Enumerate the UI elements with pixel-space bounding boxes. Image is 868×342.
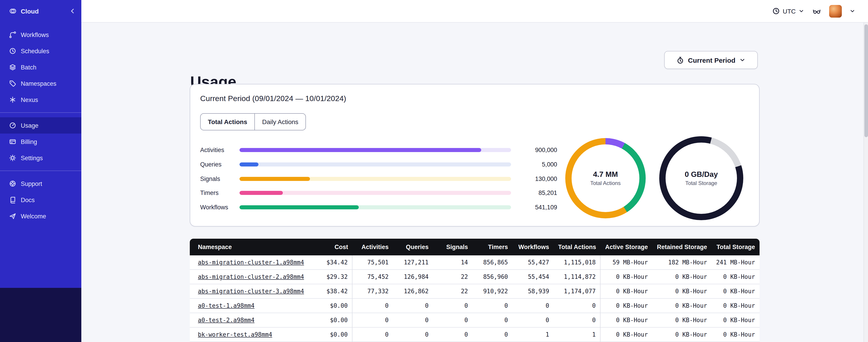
workflows-icon (9, 31, 16, 38)
table-cell: 126,984 (393, 270, 433, 284)
sidebar-item-workflows[interactable]: Workflows (0, 27, 81, 43)
bar-fill (240, 148, 481, 152)
feedback-glasses-button[interactable] (812, 7, 822, 15)
table-cell: 1,115,018 (554, 255, 601, 270)
namespaces-icon (9, 80, 16, 87)
sidebar-item-label: Billing (21, 138, 37, 145)
table-row: bk-worker-test.a98mm4$0.000000110 KB-Hou… (190, 328, 760, 342)
table-cell: 0 KB-Hour (652, 270, 712, 284)
table-cell: 182 MB-Hour (652, 255, 712, 270)
namespace-link[interactable]: abs-migration-cluster-3.a98mm4 (198, 288, 304, 295)
table-cell: 0 (513, 299, 554, 313)
namespace-cell: a0-test-2.a98mm4 (190, 313, 312, 328)
table-cell: 0 (472, 313, 513, 328)
avatar[interactable] (829, 5, 842, 18)
namespace-cell: abs-migration-cluster-3.a98mm4 (190, 284, 312, 299)
sidebar-group-help: Support Docs Welcome (0, 171, 81, 229)
table-cell: 0 KB-Hour (601, 270, 652, 284)
docs-icon (9, 196, 16, 204)
table-cell: 77,332 (353, 284, 393, 299)
support-icon (9, 180, 16, 187)
sidebar-item-schedules[interactable]: Schedules (0, 43, 81, 59)
bar-label: Activities (200, 147, 240, 153)
namespace-cell: a0-test-1.a98mm4 (190, 299, 312, 313)
namespace-link[interactable]: abs-migration-cluster-1.a98mm4 (198, 259, 304, 266)
sidebar-item-batch[interactable]: Batch (0, 59, 81, 75)
table-cell: 0 KB-Hour (601, 299, 652, 313)
app-window: Cloud Workflows Schedules Batch Namespac… (0, 0, 868, 342)
namespace-link[interactable]: a0-test-2.a98mm4 (198, 317, 254, 323)
period-selector-label: Current Period (688, 56, 735, 64)
table-cell: 0 KB-Hour (652, 299, 712, 313)
sidebar-item-support[interactable]: Support (0, 175, 81, 192)
usage-table-body: abs-migration-cluster-1.a98mm4$34.4275,5… (190, 255, 760, 342)
tab-daily-actions[interactable]: Daily Actions (254, 114, 305, 130)
table-cell: 0 KB-Hour (712, 270, 760, 284)
sidebar-item-usage[interactable]: Usage (0, 117, 81, 134)
sidebar-item-billing[interactable]: Billing (0, 134, 81, 150)
welcome-icon (9, 212, 16, 220)
bar-track (240, 148, 511, 152)
table-cell: 22 (433, 284, 472, 299)
table-cell: $0.00 (312, 328, 353, 342)
donut-value: 4.7 MM (593, 170, 618, 179)
table-cell: 55,427 (513, 255, 554, 270)
sidebar-item-docs[interactable]: Docs (0, 192, 81, 208)
period-selector-button[interactable]: Current Period (664, 51, 758, 69)
table-cell: 0 (433, 313, 472, 328)
table-cell: 126,862 (393, 284, 433, 299)
namespace-cell: abs-migration-cluster-2.a98mm4 (190, 270, 312, 284)
table-row: a0-test-1.a98mm4$0.000000000 KB-Hour0 KB… (190, 299, 760, 313)
sidebar-item-label: Nexus (21, 96, 38, 103)
clock-icon (772, 7, 780, 15)
settings-icon (9, 154, 16, 162)
table-cell: 1 (513, 328, 554, 342)
sidebar-item-label: Schedules (21, 47, 49, 55)
sidebar-item-settings[interactable]: Settings (0, 150, 81, 166)
glasses-icon (812, 7, 822, 15)
table-cell: 14 (433, 255, 472, 270)
chevron-down-icon (739, 57, 745, 63)
tab-total-actions[interactable]: Total Actions (200, 114, 254, 130)
table-cell: 22 (433, 270, 472, 284)
main-content: Usage Current Period Current Period (09/… (81, 23, 868, 342)
account-menu-button[interactable] (849, 8, 855, 14)
bar-row: Activities 900,000 (200, 143, 557, 157)
sidebar-item-label: Settings (21, 155, 43, 161)
table-cell: 0 (353, 299, 393, 313)
namespace-link[interactable]: bk-worker-test.a98mm4 (198, 331, 272, 338)
column-header: Timers (472, 239, 513, 255)
table-cell: 1 (554, 328, 601, 342)
column-header: Active Storage (601, 239, 652, 255)
vertical-scrollbar-thumb[interactable] (864, 24, 868, 137)
table-cell: 127,211 (393, 255, 433, 270)
namespace-link[interactable]: a0-test-1.a98mm4 (198, 302, 254, 309)
sidebar-item-label: Batch (21, 64, 36, 71)
table-cell: 0 (472, 299, 513, 313)
column-header: Signals (433, 239, 472, 255)
sidebar-item-welcome[interactable]: Welcome (0, 208, 81, 224)
table-cell: 1,174,077 (554, 284, 601, 299)
usage-table: NamespaceCostActivitiesQueriesSignalsTim… (190, 239, 760, 342)
namespace-link[interactable]: abs-migration-cluster-2.a98mm4 (198, 273, 304, 280)
batch-icon (9, 64, 16, 71)
bar-track (240, 205, 511, 209)
namespace-cell: bk-worker-test.a98mm4 (190, 328, 312, 342)
table-cell: 0 (393, 313, 433, 328)
collapse-sidebar-button[interactable] (69, 8, 76, 14)
bar-value: 85,201 (512, 190, 557, 197)
bar-track (240, 191, 511, 195)
table-cell: $0.00 (312, 299, 353, 313)
table-cell: 0 KB-Hour (712, 328, 760, 342)
column-header: Cost (312, 239, 353, 255)
table-cell: 0 KB-Hour (601, 284, 652, 299)
table-row: abs-migration-cluster-1.a98mm4$34.4275,5… (190, 255, 760, 270)
column-header: Workflows (513, 239, 554, 255)
chevron-down-icon (798, 8, 804, 14)
sidebar-group-main: Workflows Schedules Batch Namespaces Nex… (0, 22, 81, 112)
sidebar-item-namespaces[interactable]: Namespaces (0, 75, 81, 92)
table-cell: 0 (353, 313, 393, 328)
vertical-scrollbar-track[interactable] (864, 23, 868, 342)
sidebar-item-nexus[interactable]: Nexus (0, 92, 81, 108)
timezone-selector[interactable]: UTC (772, 7, 804, 15)
